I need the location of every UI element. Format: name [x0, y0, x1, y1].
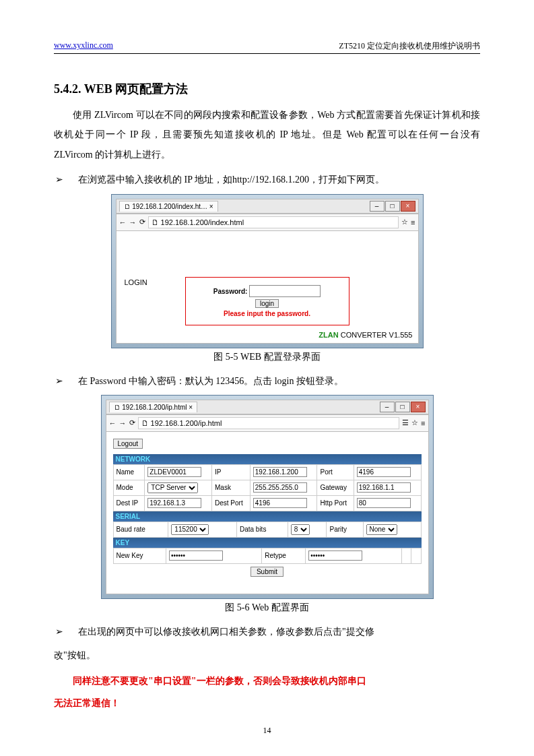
- password-label: Password:: [213, 287, 248, 294]
- bookmark-icon[interactable]: ☆: [411, 418, 418, 427]
- bullet-text-3b: 改"按钮。: [54, 645, 480, 665]
- retype-label: Retype: [262, 548, 306, 563]
- bullet-item-1: ➢ 在浏览器中输入接收机的 IP 地址，如http://192.168.1.20…: [54, 170, 480, 189]
- baud-label: Baud rate: [113, 522, 168, 537]
- browser-tabbar: 🗋 192.168.1.200/ip.html × – □ ×: [106, 400, 429, 414]
- minimize-icon[interactable]: –: [380, 402, 395, 412]
- address-bar[interactable]: 🗋 192.168.1.200/ip.html: [138, 417, 400, 429]
- figure-caption-2: 图 5-6 Web 配置界面: [54, 602, 480, 614]
- close-icon[interactable]: ×: [189, 404, 193, 411]
- name-label: Name: [113, 464, 145, 480]
- destport-input[interactable]: [253, 498, 307, 508]
- figure-caption-1: 图 5-5 WEB 配置登录界面: [54, 351, 480, 363]
- url-text: 192.168.1.200/ip.html: [151, 419, 222, 427]
- screenshot-config: 🗋 192.168.1.200/ip.html × – □ × ← → ⟳ 🗋 …: [101, 395, 434, 599]
- site-link[interactable]: www.xyxlinc.com: [54, 40, 113, 52]
- chevron-right-icon: ➢: [55, 371, 63, 391]
- serial-section-header: SERIAL: [113, 511, 422, 522]
- reload-icon[interactable]: ⟳: [139, 218, 145, 226]
- forward-icon[interactable]: →: [119, 419, 127, 427]
- section-heading: 5.4.2. WEB 网页配置方法: [54, 81, 480, 97]
- password-input[interactable]: [249, 285, 321, 297]
- mode-label: Mode: [113, 480, 145, 495]
- network-section-header: NETWORK: [113, 454, 422, 464]
- key-table: New Key Retype: [113, 548, 422, 564]
- login-heading: LOGIN: [125, 278, 147, 286]
- address-bar-row: ← → ⟳ 🗋 192.168.1.200/index.html ☆ ≡: [116, 214, 419, 231]
- browser-tab[interactable]: 🗋 192.168.1.200/index.ht… ×: [119, 201, 218, 212]
- ip-label: IP: [212, 464, 251, 480]
- login-error-message: Please input the password.: [190, 310, 345, 317]
- reload-icon[interactable]: ⟳: [129, 418, 135, 427]
- converter-badge: ZLAN CONVERTER V1.555: [319, 331, 412, 339]
- port-input[interactable]: [357, 467, 411, 477]
- bullet-text-2: 在 Password 中输入密码：默认为 123456。点击 login 按钮登…: [78, 371, 343, 391]
- bullet-item-2: ➢ 在 Password 中输入密码：默认为 123456。点击 login 按…: [54, 371, 480, 391]
- newkey-input[interactable]: [169, 550, 223, 561]
- destport-label: Dest Port: [212, 495, 251, 511]
- warning-line-2: 无法正常通信！: [54, 693, 480, 713]
- submit-button[interactable]: Submit: [251, 567, 283, 577]
- mask-label: Mask: [212, 480, 251, 495]
- parity-select[interactable]: None: [366, 524, 397, 535]
- page-number: 14: [0, 726, 534, 736]
- chevron-right-icon: ➢: [55, 622, 63, 641]
- tab-title: 192.168.1.200/ip.html: [122, 404, 187, 411]
- mask-input[interactable]: [253, 482, 307, 493]
- page-header: www.xyxlinc.com ZT5210 定位定向接收机使用维护说明书: [54, 40, 480, 54]
- login-button[interactable]: login: [255, 299, 279, 308]
- ip-input[interactable]: [253, 467, 307, 477]
- maximize-icon[interactable]: □: [385, 201, 400, 212]
- page-icon: 🗋: [152, 218, 161, 226]
- destip-label: Dest IP: [113, 495, 145, 511]
- url-text: 192.168.1.200/index.html: [161, 218, 244, 226]
- page-icon: 🗋: [114, 404, 121, 411]
- gateway-label: Gateway: [317, 480, 354, 495]
- page-content: LOGIN Password: login Please input the p…: [116, 231, 419, 344]
- baud-select[interactable]: 115200: [171, 524, 209, 535]
- newkey-label: New Key: [113, 548, 166, 563]
- logout-button[interactable]: Logout: [113, 439, 143, 449]
- doc-title: ZT5210 定位定向接收机使用维护说明书: [339, 40, 480, 52]
- serial-table: Baud rate 115200 Data bits 8 Parity None: [113, 522, 422, 538]
- address-bar-row: ← → ⟳ 🗋 192.168.1.200/ip.html ☰ ☆ ≡: [106, 414, 429, 432]
- maximize-icon[interactable]: □: [395, 402, 410, 412]
- port-label: Port: [317, 464, 354, 480]
- name-input[interactable]: [147, 467, 201, 477]
- httpport-input[interactable]: [357, 498, 411, 508]
- chevron-right-icon: ➢: [55, 170, 63, 189]
- parity-label: Parity: [327, 522, 363, 537]
- menu-icon[interactable]: ≡: [411, 218, 415, 226]
- address-bar[interactable]: 🗋 192.168.1.200/index.html: [148, 216, 399, 228]
- databits-select[interactable]: 8: [291, 524, 310, 535]
- key-section-header: KEY: [113, 538, 422, 548]
- translate-icon[interactable]: ☰: [402, 418, 409, 427]
- bookmark-icon[interactable]: ☆: [401, 218, 408, 226]
- back-icon[interactable]: ←: [119, 218, 127, 226]
- bullet-item-3: ➢ 在出现的网页中可以修改接收机网口相关参数，修改参数后点击"提交修: [54, 622, 480, 641]
- bullet-text-1: 在浏览器中输入接收机的 IP 地址，如http://192.168.1.200，…: [78, 170, 385, 189]
- paragraph-intro: 使用 ZLVircom 可以在不同的网段内搜索和配置设备参数，Web 方式配置需…: [54, 105, 480, 164]
- browser-tab[interactable]: 🗋 192.168.1.200/ip.html ×: [109, 402, 198, 412]
- close-window-icon[interactable]: ×: [411, 402, 426, 412]
- back-icon[interactable]: ←: [109, 419, 116, 427]
- gateway-input[interactable]: [357, 482, 411, 493]
- bullet-text-3a: 在出现的网页中可以修改接收机网口相关参数，修改参数后点击"提交修: [78, 622, 374, 641]
- page-icon: 🗋: [124, 203, 131, 210]
- config-page-content: Logout NETWORK Name IP Port Mode TCP Ser…: [106, 432, 429, 594]
- destip-input[interactable]: [147, 498, 201, 508]
- mode-select[interactable]: TCP Server: [147, 482, 198, 493]
- forward-icon[interactable]: →: [129, 218, 137, 226]
- menu-icon[interactable]: ≡: [421, 419, 425, 427]
- warning-line-1: 同样注意不要更改"串口设置"一栏的参数，否则会导致接收机内部串口: [54, 671, 480, 691]
- network-table: Name IP Port Mode TCP Server Mask Gatewa…: [113, 464, 422, 511]
- minimize-icon[interactable]: –: [370, 201, 385, 212]
- close-window-icon[interactable]: ×: [401, 201, 415, 212]
- retype-input[interactable]: [308, 550, 362, 561]
- converter-text: CONVERTER V1.555: [341, 331, 413, 339]
- httpport-label: Http Port: [317, 495, 354, 511]
- browser-tabbar: 🗋 192.168.1.200/index.ht… × – □ ×: [116, 199, 419, 214]
- tab-title: 192.168.1.200/index.ht…: [132, 203, 207, 210]
- close-icon[interactable]: ×: [209, 203, 213, 210]
- screenshot-login: 🗋 192.168.1.200/index.ht… × – □ × ← → ⟳ …: [111, 194, 424, 348]
